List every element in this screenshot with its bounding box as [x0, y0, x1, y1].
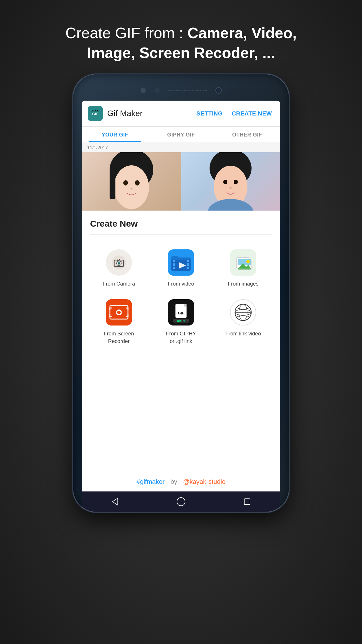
phone-frame: GIF Gif Maker SETTING CREATE NEW YOUR GI…: [73, 74, 289, 570]
thumbnail-face-2: [203, 152, 258, 211]
gif-app-icon-graphic: GIF: [90, 108, 101, 119]
tab-other-gif[interactable]: OTHER GIF: [214, 127, 280, 142]
gif-thumb-2[interactable]: [181, 152, 280, 211]
svg-point-7: [114, 165, 149, 209]
sensor-dot-1: [140, 88, 146, 93]
images-label: From images: [228, 280, 259, 288]
svg-rect-31: [187, 263, 189, 266]
link-video-label: From link video: [225, 330, 261, 337]
images-icon: [230, 249, 256, 276]
screen-recorder-svg: [106, 299, 132, 326]
date-label: 11/1/2017: [82, 142, 280, 152]
headline-text-3: Image, Screen Recoder, ...: [87, 44, 275, 61]
phone-body: GIF Gif Maker SETTING CREATE NEW YOUR GI…: [73, 74, 289, 512]
footer-by: by: [171, 478, 177, 486]
app-tabs: YOUR GIF GIPHY GIF OTHER GIF: [82, 127, 280, 142]
create-item-images[interactable]: From images: [212, 244, 274, 293]
svg-rect-30: [187, 260, 189, 262]
svg-text:GIF: GIF: [178, 311, 184, 315]
giphy-svg: GIF GIPHY: [168, 299, 194, 326]
svg-text:GIF: GIF: [92, 112, 99, 116]
recent-icon: [242, 496, 252, 507]
svg-point-14: [207, 199, 254, 211]
video-icon: [168, 249, 194, 276]
phone-top-bar: [73, 74, 289, 101]
create-item-screen-recorder[interactable]: From ScreenRecorder: [88, 293, 150, 351]
svg-point-57: [177, 498, 185, 506]
create-item-camera[interactable]: From Camera: [88, 244, 150, 293]
svg-text:GIPHY: GIPHY: [177, 320, 185, 323]
camera-icon: [106, 249, 132, 276]
back-icon: [110, 496, 120, 507]
tab-giphy-gif[interactable]: GIPHY GIF: [148, 127, 214, 142]
create-item-giphy[interactable]: GIF GIPHY From GIPHYor .gif link: [150, 293, 212, 351]
front-camera: [215, 87, 222, 94]
setting-button[interactable]: SETTING: [194, 109, 225, 118]
svg-point-17: [229, 187, 232, 189]
gif-thumb-1[interactable]: [82, 152, 181, 211]
video-label: From video: [168, 280, 194, 288]
home-icon: [176, 496, 186, 507]
svg-point-11: [130, 188, 133, 190]
screen-recorder-icon: [106, 299, 132, 326]
headline-text-2: Camera, Video,: [187, 24, 297, 41]
svg-point-10: [135, 180, 140, 186]
thumbnail-face-1: [104, 152, 159, 211]
svg-point-15: [223, 180, 227, 184]
svg-rect-28: [173, 263, 175, 266]
create-item-link-video[interactable]: From link video: [212, 293, 274, 351]
nav-back-button[interactable]: [110, 496, 120, 507]
camera-svg: [111, 255, 126, 270]
svg-point-44: [117, 311, 121, 314]
svg-rect-32: [187, 267, 189, 269]
create-grid: From Camera: [82, 235, 280, 354]
speaker-grille: [168, 90, 207, 91]
svg-marker-56: [113, 498, 118, 505]
svg-point-16: [234, 180, 238, 184]
headline: Create GIF from : Camera, Video, Image, …: [48, 23, 314, 63]
footer-studio: @kayak-studio: [183, 478, 226, 486]
nav-home-button[interactable]: [176, 496, 186, 507]
svg-rect-58: [244, 499, 250, 505]
app-icon: GIF: [88, 106, 103, 121]
svg-rect-47: [184, 304, 187, 307]
create-new-button[interactable]: CREATE NEW: [229, 109, 274, 118]
phone-screen: GIF Gif Maker SETTING CREATE NEW YOUR GI…: [82, 101, 280, 512]
svg-point-9: [123, 180, 128, 186]
create-new-sheet: Create New: [82, 211, 280, 491]
create-item-video[interactable]: From video: [150, 244, 212, 293]
camera-label: From Camera: [103, 280, 135, 288]
svg-rect-40: [238, 268, 251, 270]
svg-rect-29: [173, 267, 175, 269]
video-svg: [168, 249, 194, 276]
svg-point-38: [246, 260, 250, 263]
sensor-dot-2: [154, 88, 160, 93]
giphy-icon: GIF GIPHY: [168, 299, 194, 326]
images-svg: [230, 249, 256, 276]
tab-your-gif[interactable]: YOUR GIF: [82, 127, 148, 142]
bottom-nav: [82, 491, 280, 512]
nav-recent-button[interactable]: [242, 496, 252, 507]
globe-svg: [233, 302, 253, 323]
screen-recorder-label: From ScreenRecorder: [104, 330, 134, 345]
svg-rect-24: [121, 261, 122, 262]
svg-point-22: [118, 263, 120, 264]
footer-hashtag: #gifmaker: [136, 478, 165, 486]
globe-icon: [230, 299, 256, 326]
headline-text-1: Create GIF from :: [65, 24, 187, 41]
svg-rect-8: [110, 170, 115, 199]
sheet-title: Create New: [82, 211, 280, 235]
sheet-footer: #gifmaker by @kayak-studio: [82, 472, 280, 491]
app-title: Gif Maker: [107, 109, 190, 118]
gif-grid: [82, 152, 280, 211]
app-header: GIF Gif Maker SETTING CREATE NEW: [82, 101, 280, 127]
svg-rect-27: [173, 260, 175, 262]
giphy-label: From GIPHYor .gif link: [166, 330, 196, 345]
